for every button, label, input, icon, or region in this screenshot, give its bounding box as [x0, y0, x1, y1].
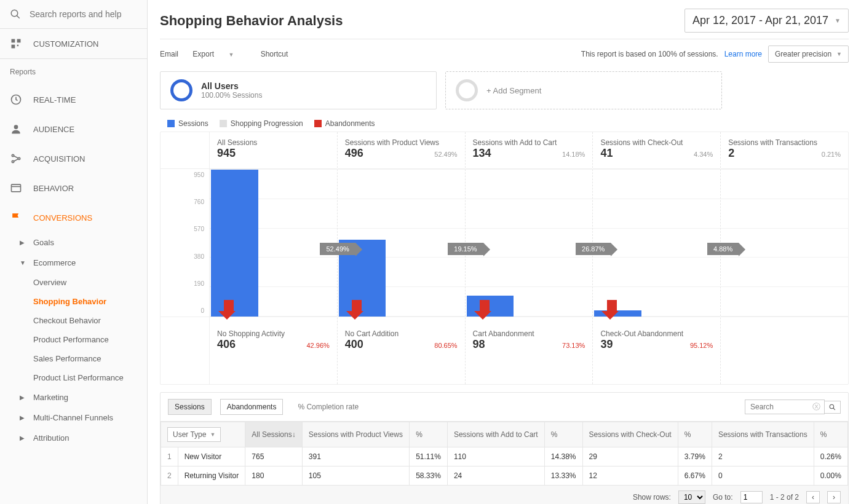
stage-pct: 0.21%	[822, 151, 841, 158]
caret-right-icon: ▶	[20, 239, 30, 246]
donut-icon	[456, 79, 478, 101]
subtree-label: Goals	[33, 238, 54, 247]
cell: 14.38%	[544, 447, 582, 467]
cell: 0.26%	[814, 447, 847, 467]
precision-button-label: Greater precision	[775, 50, 831, 58]
svg-line-14	[833, 408, 835, 409]
caret-right-icon: ▶	[20, 414, 30, 421]
table-column-header[interactable]: %	[544, 422, 582, 447]
table-column-header[interactable]: %	[814, 422, 847, 447]
progression-arrow: 52.49%	[320, 243, 355, 255]
table-column-header[interactable]: Sessions with Check-Out	[582, 422, 678, 447]
legend-label: Sessions	[178, 119, 208, 128]
cell: 180	[245, 467, 302, 486]
abandon-label: No Shopping Activity	[217, 329, 330, 338]
table-column-header[interactable]: Sessions with Product Views	[302, 422, 409, 447]
funnel-stage[interactable]: Sessions with Check-Out414.34%4.88%Check…	[593, 132, 721, 384]
reports-label: Reports	[0, 59, 147, 85]
table-column-header[interactable]: All Sessions ↓	[245, 422, 302, 447]
toolbar-shortcut[interactable]: Shortcut	[261, 50, 288, 58]
table-column-header[interactable]: Sessions with Add to Cart	[447, 422, 544, 447]
add-segment[interactable]: + Add Segment	[445, 71, 722, 109]
caret-right-icon: ▶	[20, 394, 30, 401]
ec-checkout-behavior[interactable]: Checkout Behavior	[0, 311, 147, 330]
chevron-down-icon: ▼	[836, 51, 842, 57]
subtree-attribution[interactable]: ▶Attribution	[0, 428, 147, 448]
precision-note: This report is based on 100% of sessions…	[581, 50, 718, 58]
clear-icon[interactable]: ⓧ	[812, 401, 820, 412]
sidebar-item-conversions[interactable]: CONVERSIONS	[0, 203, 147, 232]
table-row[interactable]: 2Returning Visitor18010558.33%2413.33%12…	[161, 467, 848, 486]
ec-product-list-performance[interactable]: Product List Performance	[0, 368, 147, 387]
main-content: Shopping Behavior Analysis Apr 12, 2017 …	[148, 0, 861, 504]
abandon-value: 406	[217, 338, 236, 351]
search-button[interactable]	[824, 401, 841, 414]
svg-point-10	[12, 160, 14, 162]
sidebar-item-behavior[interactable]: BEHAVIOR	[0, 173, 147, 203]
toolbar-email[interactable]: Email	[160, 50, 178, 58]
page-range: 1 - 2 of 2	[770, 493, 799, 502]
date-range-picker[interactable]: Apr 12, 2017 - Apr 21, 2017 ▼	[684, 9, 849, 33]
funnel-stage[interactable]: Sessions with Transactions20.21%	[721, 132, 848, 384]
date-range-text: Apr 12, 2017 - Apr 21, 2017	[692, 14, 828, 27]
table-column-header[interactable]: %	[410, 422, 448, 447]
stage-label: Sessions with Transactions	[728, 138, 841, 147]
funnel-stage[interactable]: Sessions with Add to Cart13414.18%26.87%…	[466, 132, 593, 384]
ec-shopping-behavior[interactable]: Shopping Behavior	[0, 292, 147, 311]
user-type-dropdown[interactable]: User Type ▼	[167, 427, 221, 442]
progression-arrow: 4.88%	[707, 243, 739, 255]
table-column-header[interactable]: %	[678, 422, 712, 447]
learn-more-link[interactable]: Learn more	[724, 50, 762, 58]
svg-point-7	[14, 125, 18, 129]
ec-overview[interactable]: Overview	[0, 273, 147, 292]
precision-button[interactable]: Greater precision ▼	[768, 45, 849, 63]
toolbar-export[interactable]: Export ▼	[192, 50, 246, 58]
page-title: Shopping Behavior Analysis	[160, 13, 343, 29]
search-input[interactable]	[30, 9, 137, 19]
subtree-marketing[interactable]: ▶Marketing	[0, 387, 147, 408]
goto-input[interactable]	[740, 491, 763, 503]
funnel-stage[interactable]: All Sessions94552.49%No Shopping Activit…	[210, 132, 338, 384]
ec-sales-performance[interactable]: Sales Performance	[0, 349, 147, 368]
cell: 13.33%	[544, 467, 582, 486]
sidebar-item-label: ACQUISITION	[33, 154, 85, 163]
donut-icon	[170, 79, 192, 101]
tab-sessions[interactable]: Sessions	[168, 399, 212, 415]
legend-label: Shopping Progression	[231, 119, 303, 128]
browser-icon	[10, 182, 22, 194]
sidebar-item-label: CONVERSIONS	[33, 213, 92, 222]
segment-title: All Users	[201, 81, 262, 91]
table-column-header[interactable]: Sessions with Transactions	[712, 422, 814, 447]
next-page-button[interactable]: ›	[827, 491, 841, 503]
rows-per-page-select[interactable]: 10	[678, 490, 705, 504]
subtree-ecommerce[interactable]: ▼Ecommerce	[0, 253, 147, 273]
sidebar-item-label: BEHAVIOR	[33, 184, 74, 193]
subtree-goals[interactable]: ▶Goals	[0, 232, 147, 253]
cell: 6.67%	[678, 467, 712, 486]
goto-label: Go to:	[713, 493, 733, 502]
prev-page-button[interactable]: ‹	[806, 491, 820, 503]
stage-pct: 52.49%	[434, 151, 457, 158]
sidebar-item-customization[interactable]: CUSTOMIZATION	[0, 29, 147, 58]
subtree-mcf[interactable]: ▶Multi-Channel Funnels	[0, 408, 147, 428]
tab-abandonments[interactable]: Abandonments	[220, 399, 284, 415]
progression-arrow: 26.87%	[576, 243, 611, 255]
cell: 29	[582, 447, 678, 467]
abandon-arrow-icon	[350, 300, 363, 320]
sidebar-item-realtime[interactable]: REAL-TIME	[0, 85, 147, 114]
stage-value: 496	[345, 147, 363, 160]
sidebar-item-audience[interactable]: AUDIENCE	[0, 114, 147, 144]
svg-rect-5	[17, 45, 19, 47]
stage-label: Sessions with Add to Cart	[473, 138, 585, 147]
ec-product-performance[interactable]: Product Performance	[0, 330, 147, 349]
abandon-arrow-icon	[605, 300, 619, 320]
chevron-down-icon: ▼	[228, 52, 234, 58]
stage-value: 2	[728, 147, 734, 160]
sidebar-item-acquisition[interactable]: ACQUISITION	[0, 144, 147, 173]
funnel-stage[interactable]: Sessions with Product Views49652.49%19.1…	[338, 132, 466, 384]
row-index: 2	[161, 467, 178, 486]
cell: 110	[447, 447, 544, 467]
segment-all-users[interactable]: All Users 100.00% Sessions	[160, 71, 437, 109]
stage-label: All Sessions	[217, 138, 330, 147]
table-row[interactable]: 1New Visitor76539151.11%11014.38%293.79%…	[161, 447, 848, 467]
